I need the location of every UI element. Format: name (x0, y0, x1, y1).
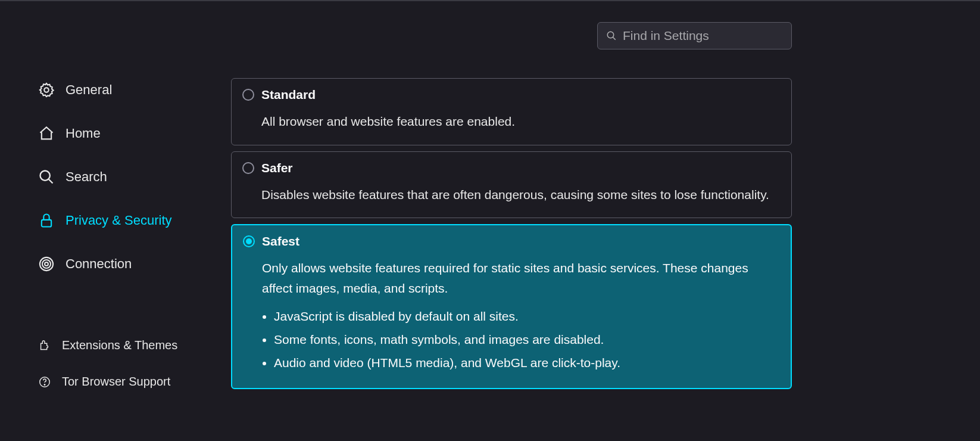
option-bullet: Audio and video (HTML5 media), and WebGL… (274, 352, 780, 375)
search-icon (606, 30, 617, 41)
puzzle-icon (38, 339, 51, 352)
svg-rect-3 (42, 220, 51, 227)
svg-line-2 (49, 179, 53, 184)
svg-line-10 (613, 37, 616, 40)
sidebar-item-label: General (65, 82, 112, 98)
option-desc: All browser and website features are ena… (261, 111, 781, 132)
sidebar-item-search[interactable]: Search (38, 163, 231, 191)
sidebar-item-label: Connection (65, 256, 132, 272)
sidebar-item-connection[interactable]: Connection (38, 250, 231, 278)
radio-safest[interactable] (243, 235, 255, 247)
svg-point-9 (607, 32, 614, 38)
option-title: Standard (261, 88, 316, 102)
svg-point-1 (40, 171, 50, 181)
lock-icon (38, 212, 55, 229)
sidebar-item-label: Tor Browser Support (62, 375, 170, 389)
svg-point-4 (45, 262, 48, 266)
option-title: Safer (261, 161, 293, 175)
option-bullet: JavaScript is disabled by default on all… (274, 305, 780, 328)
sidebar: General Home Search (0, 1, 231, 441)
option-desc: Only allows website features required fo… (262, 258, 780, 298)
sidebar-item-support[interactable]: Tor Browser Support (38, 369, 231, 395)
option-desc: Disables website features that are often… (261, 185, 781, 205)
sidebar-item-privacy-security[interactable]: Privacy & Security (38, 206, 231, 235)
home-icon (38, 125, 55, 142)
search-settings-box[interactable] (597, 22, 792, 49)
sidebar-item-general[interactable]: General (38, 76, 231, 104)
security-option-safest[interactable]: Safest Only allows website features requ… (231, 224, 792, 389)
sidebar-item-label: Privacy & Security (65, 213, 172, 228)
svg-point-5 (42, 260, 51, 268)
help-icon (38, 375, 51, 389)
svg-point-0 (44, 88, 48, 92)
radio-safer[interactable] (242, 162, 254, 174)
svg-point-8 (44, 384, 45, 384)
sidebar-item-label: Extensions & Themes (62, 338, 177, 352)
sidebar-item-extensions[interactable]: Extensions & Themes (38, 333, 231, 358)
security-option-safer[interactable]: Safer Disables website features that are… (231, 151, 792, 219)
sidebar-item-label: Search (65, 169, 107, 185)
connection-icon (38, 256, 55, 272)
search-icon (38, 169, 55, 185)
radio-standard[interactable] (242, 89, 254, 101)
search-input[interactable] (623, 29, 783, 43)
security-option-standard[interactable]: Standard All browser and website feature… (231, 78, 792, 145)
option-bullet: Some fonts, icons, math symbols, and ima… (274, 328, 780, 352)
sidebar-item-label: Home (65, 126, 101, 141)
gear-icon (38, 82, 55, 98)
option-title: Safest (262, 234, 299, 249)
sidebar-item-home[interactable]: Home (38, 119, 231, 148)
option-bullet-list: JavaScript is disabled by default on all… (274, 305, 780, 375)
